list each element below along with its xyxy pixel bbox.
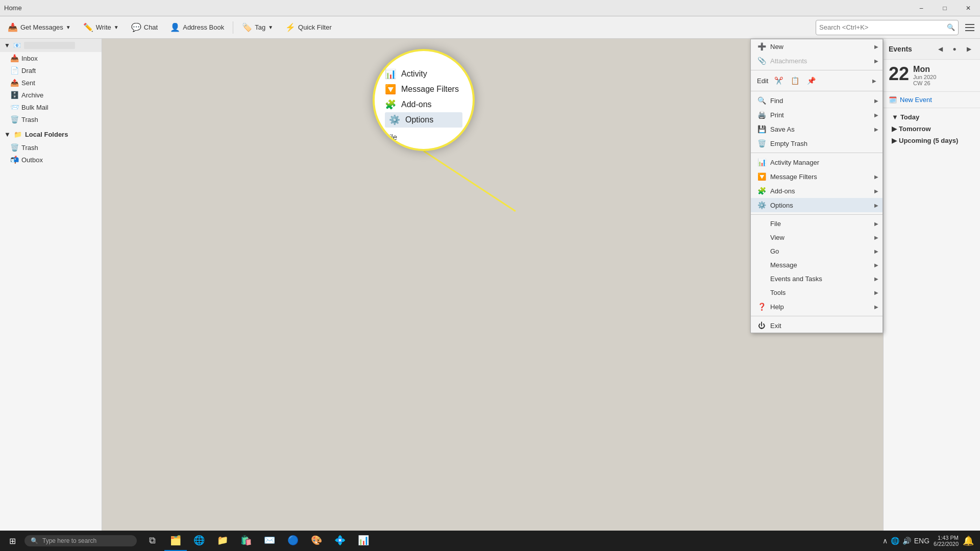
paste-button[interactable]: 📌 [805,74,817,87]
taskbar-app-folder[interactable]: 📁 [211,531,234,551]
events-today-button[interactable]: ● [948,43,961,55]
menu-item-go[interactable]: Go ▶ [751,244,883,258]
taskbar-app-chrome[interactable]: 🔵 [282,531,304,551]
hamburger-button[interactable] [962,19,978,36]
menu-item-view[interactable]: View ▶ [751,231,883,244]
menu-item-message-filters[interactable]: 🔽 Message Filters ▶ [751,169,883,184]
trash-icon: 🗑️ [10,115,18,123]
start-button[interactable]: ⊞ [0,531,24,551]
edit-arrow-icon[interactable]: ▶ [872,78,876,84]
mag-activity-icon: 📊 [385,68,396,80]
cut-button[interactable]: ✂️ [772,74,785,87]
local-folders-expand-icon: ▼ [4,131,11,138]
events-header: Events ◀ ● ▶ [884,39,980,60]
copy-button[interactable]: 📋 [789,74,801,87]
taskbar-app-app1[interactable]: 💠 [329,531,351,551]
mag-file: File [385,132,462,142]
sidebar-account[interactable]: ▼ 📧 [0,39,102,52]
today-section[interactable]: ▼ Today [889,111,975,123]
taskbar-system-icons: ∧ 🌐 🔊 ENG [883,537,929,545]
menu-item-save-as[interactable]: 💾 Save As ▶ [751,122,883,136]
sidebar-local-folders[interactable]: ▼ 📁 Local Folders [0,128,102,141]
sidebar-item-inbox[interactable]: 📥 Inbox [0,52,102,64]
print-icon: 🖨️ [757,111,766,119]
menu-item-tools[interactable]: Tools ▶ [751,286,883,299]
menu-item-file[interactable]: File ▶ [751,217,883,231]
bulk-mail-icon: 📨 [10,103,18,111]
menu-item-empty-trash[interactable]: 🗑️ Empty Trash [751,136,883,151]
taskbar-notification-icon[interactable]: 🔔 [963,535,974,546]
menu-item-options[interactable]: ⚙️ Options ▶ [751,198,883,212]
menu-item-new[interactable]: ➕ New ▶ [751,39,883,54]
taskbar-volume-icon[interactable]: 🔊 [902,537,911,545]
arrow-icon: ▶ [874,203,878,208]
menu-item-find[interactable]: 🔍 Find ▶ [751,93,883,108]
taskbar-search[interactable]: 🔍 Type here to search [24,535,137,546]
new-event-icon: 🗓️ [889,96,897,104]
search-bar[interactable]: 🔍 [816,20,959,35]
tomorrow-section[interactable]: ▶ Tomorrow [889,123,975,135]
taskbar-app-app2[interactable]: 📊 [352,531,375,551]
search-icon: 🔍 [947,23,955,31]
events-next-button[interactable]: ▶ [963,43,975,55]
taskbar-lang[interactable]: ENG [914,537,929,545]
title-bar: Home – □ ✕ [0,0,980,16]
taskbar-chevron-icon[interactable]: ∧ [883,537,888,545]
menu-item-message[interactable]: Message ▶ [751,258,883,272]
taskbar-app-edge[interactable]: 🌐 [188,531,210,551]
taskbar-app-file-explorer[interactable]: 🗂️ [164,531,187,551]
taskbar-apps: ⧉ 🗂️ 🌐 📁 🛍️ ✉️ 🔵 🎨 💠 📊 [141,531,375,551]
taskbar-network-icon[interactable]: 🌐 [891,537,899,545]
search-input[interactable] [819,23,947,31]
taskbar-app-mail[interactable]: ✉️ [258,531,281,551]
quick-filter-button[interactable]: ⚡ Quick Filter [280,19,337,36]
menu-item-activity-manager[interactable]: 📊 Activity Manager [751,155,883,169]
events-prev-button[interactable]: ◀ [934,43,946,55]
events-panel: Events ◀ ● ▶ 22 Mon Jun 2020 CW 26 🗓️ Ne… [883,39,980,531]
get-messages-button[interactable]: 📥 Get Messages ▼ [2,19,77,36]
menu-item-events-tasks[interactable]: Events and Tasks ▶ [751,272,883,286]
today-arrow-icon: ▼ [892,113,898,121]
close-button[interactable]: ✕ [957,0,980,16]
new-event-button[interactable]: 🗓️ New Event [884,92,980,108]
tag-button[interactable]: 🏷️ Tag ▼ [236,19,279,36]
content-area: 📊 Activity 🔽 Message Filters 🧩 Add-ons ⚙… [102,39,883,531]
taskbar-right: ∧ 🌐 🔊 ENG 1:43 PM 6/22/2020 🔔 [883,535,980,547]
address-book-button[interactable]: 👤 Address Book [164,19,230,36]
addons-icon: 🧩 [757,187,766,195]
minimize-button[interactable]: – [910,0,933,16]
taskbar-app-color[interactable]: 🎨 [305,531,328,551]
main-layout: ▼ 📧 📥 Inbox 📄 Draft 📤 Sent 🗄️ Archive 📨 … [0,39,980,531]
mag-addon-icon: 🧩 [385,99,396,110]
arrow-icon: ▶ [874,262,878,268]
account-icon: 📧 [13,42,21,49]
menu-separator-1 [751,70,883,70]
taskbar-clock[interactable]: 1:43 PM 6/22/2020 [934,535,959,547]
quick-filter-icon: ⚡ [285,22,296,32]
sidebar-item-local-trash[interactable]: 🗑️ Trash [0,141,102,154]
sidebar-item-trash[interactable]: 🗑️ Trash [0,113,102,126]
write-button[interactable]: ✏️ Write ▼ [78,19,125,36]
account-name [24,42,75,49]
menu-item-print[interactable]: 🖨️ Print ▶ [751,108,883,122]
write-icon: ✏️ [83,22,93,32]
sidebar-item-outbox[interactable]: 📬 Outbox [0,154,102,166]
sidebar-item-archive[interactable]: 🗄️ Archive [0,89,102,101]
taskbar-app-store[interactable]: 🛍️ [235,531,257,551]
taskbar-app-task-view[interactable]: ⧉ [141,531,163,551]
menu-item-help[interactable]: ❓ Help ▶ [751,299,883,314]
arrow-icon: ▶ [874,276,878,282]
events-section: ▼ Today ▶ Tomorrow ▶ Upcoming (5 days) [884,108,980,149]
sidebar-item-sent[interactable]: 📤 Sent [0,77,102,89]
get-messages-icon: 📥 [8,22,18,32]
toolbar-separator [233,21,233,34]
arrow-icon: ▶ [874,290,878,295]
upcoming-section[interactable]: ▶ Upcoming (5 days) [889,135,975,146]
sidebar-item-bulk-mail[interactable]: 📨 Bulk Mail [0,101,102,113]
sidebar-item-draft[interactable]: 📄 Draft [0,64,102,77]
maximize-button[interactable]: □ [933,0,957,16]
menu-item-addons[interactable]: 🧩 Add-ons ▶ [751,184,883,198]
chat-button[interactable]: 💬 Chat [126,19,163,36]
menu-item-exit[interactable]: ⏻ Exit [751,318,883,333]
local-folders-icon: 📁 [14,131,22,138]
